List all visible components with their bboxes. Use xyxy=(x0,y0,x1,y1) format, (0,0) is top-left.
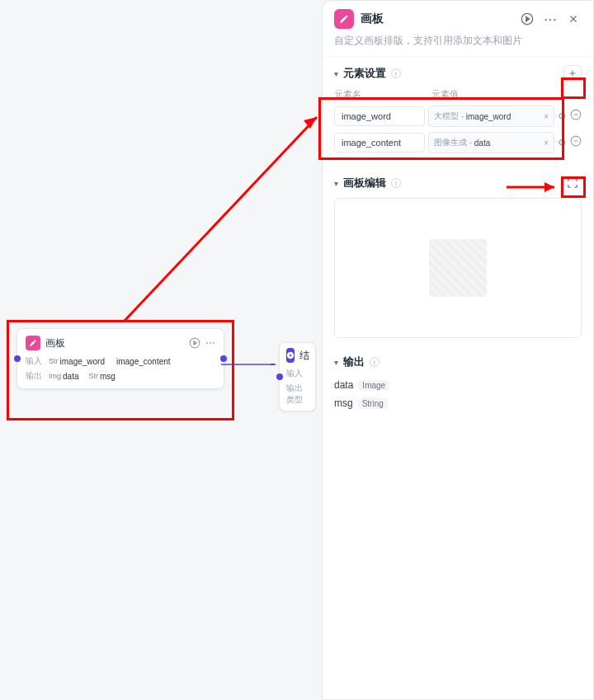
end-icon xyxy=(286,348,295,363)
tag-output: Strmsg xyxy=(85,371,118,382)
add-element-button[interactable] xyxy=(563,65,582,82)
annotation-arrow xyxy=(116,107,330,338)
chevron-down-icon: ▾ xyxy=(334,358,338,367)
gear-icon[interactable]: ⚙ xyxy=(558,137,567,148)
element-name-input[interactable] xyxy=(334,106,425,126)
node-inputs-row: 输入 Strimage_word image_content xyxy=(26,355,215,367)
section-title: 元素设置 xyxy=(343,66,386,81)
table-header: 元素名 元素值 xyxy=(334,88,582,101)
more-icon[interactable]: ⋯ xyxy=(205,337,215,349)
output-item: data Image xyxy=(334,379,389,391)
properties-panel: 画板 ⋯ 自定义画板排版，支持引用添加文本和图片 ▾ 元素设置 i 元素名 元素… xyxy=(322,0,594,700)
chevron-down-icon: ▾ xyxy=(334,179,338,188)
connection-line xyxy=(221,364,282,365)
node-header: 结 xyxy=(286,348,309,363)
panel-title: 画板 xyxy=(361,12,512,26)
edit-icon xyxy=(26,336,40,350)
node-title: 画板 xyxy=(45,336,184,350)
section-elements: ▾ 元素设置 i 元素名 元素值 大模型·image_word × ⚙ xyxy=(323,57,593,167)
canvas-node-result[interactable]: 结 输入 输出类型 xyxy=(279,342,316,411)
remove-icon[interactable] xyxy=(570,135,582,150)
section-title: 画板编辑 xyxy=(343,176,386,190)
chevron-down-icon: ▾ xyxy=(334,69,338,78)
section-header[interactable]: ▾ 输出 i xyxy=(334,355,582,369)
node-inputs-row: 输入 xyxy=(286,368,309,379)
expand-button[interactable] xyxy=(563,175,582,191)
output-item: msg String xyxy=(334,397,388,409)
panel-header: 画板 ⋯ xyxy=(323,1,593,34)
editor-canvas[interactable] xyxy=(334,198,582,338)
connection-point-left[interactable] xyxy=(14,355,21,362)
play-icon[interactable] xyxy=(189,337,200,349)
element-row: 图像生成·data × ⚙ xyxy=(334,132,582,153)
edit-icon xyxy=(334,9,354,29)
element-name-input[interactable] xyxy=(334,133,425,153)
svg-line-6 xyxy=(124,117,317,322)
node-title: 结 xyxy=(299,349,309,363)
section-output: ▾ 输出 i data Image msg String xyxy=(323,346,593,420)
element-value-input[interactable]: 图像生成·data × xyxy=(428,132,554,153)
svg-marker-7 xyxy=(304,117,317,129)
section-header[interactable]: ▾ 元素设置 i xyxy=(334,65,582,82)
close-icon[interactable] xyxy=(565,11,582,27)
panel-description: 自定义画板排版，支持引用添加文本和图片 xyxy=(323,34,593,56)
info-icon[interactable]: i xyxy=(391,68,401,78)
more-icon[interactable]: ⋯ xyxy=(542,11,559,27)
connection-point-left[interactable] xyxy=(276,373,283,380)
node-header: 画板 ⋯ xyxy=(26,336,215,350)
clear-icon[interactable]: × xyxy=(544,112,549,121)
element-value-input[interactable]: 大模型·image_word × xyxy=(428,106,554,127)
tag-input: Strimage_word xyxy=(45,356,108,367)
tag-output: Imgdata xyxy=(45,371,82,382)
canvas-node-huaban[interactable]: 画板 ⋯ 输入 Strimage_word image_content 输出 I… xyxy=(16,328,224,389)
connection-point-right[interactable] xyxy=(220,355,227,362)
section-title: 输出 xyxy=(343,355,365,369)
section-header[interactable]: ▾ 画板编辑 i xyxy=(334,175,582,191)
section-editor: ▾ 画板编辑 i xyxy=(323,167,593,346)
remove-icon[interactable] xyxy=(570,109,582,124)
node-outputs-row: 输出类型 xyxy=(286,383,309,406)
info-icon[interactable]: i xyxy=(391,178,401,188)
gear-icon[interactable]: ⚙ xyxy=(558,110,567,122)
clear-icon[interactable]: × xyxy=(544,139,549,148)
node-outputs-row: 输出 Imgdata Strmsg xyxy=(26,370,215,382)
placeholder-image xyxy=(429,239,487,297)
play-icon[interactable] xyxy=(519,11,535,27)
tag-input: image_content xyxy=(111,356,174,367)
element-row: 大模型·image_word × ⚙ xyxy=(334,106,582,127)
info-icon[interactable]: i xyxy=(370,357,380,367)
